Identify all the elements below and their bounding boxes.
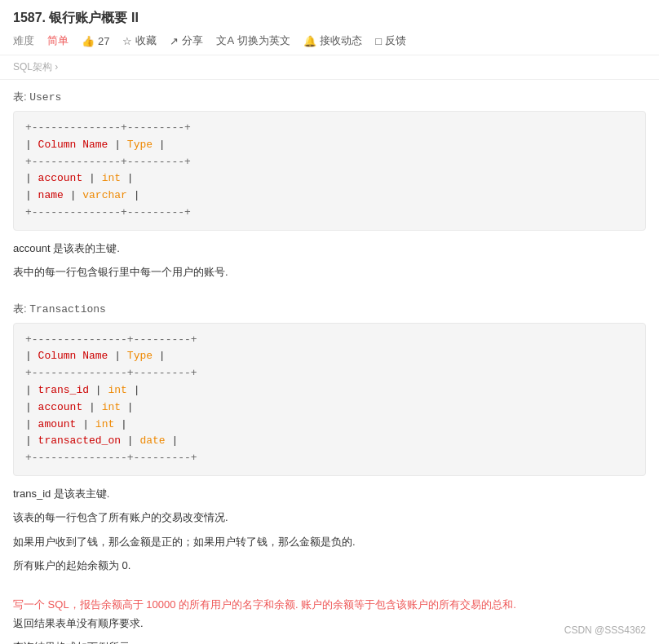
transactions-table-code: +---------------+---------+ | Column Nam… [13,323,646,476]
question-line2: 返回结果表单没有顺序要求. [13,614,646,633]
users-sep-top: +--------------+---------+ [25,120,634,137]
difficulty-value[interactable]: 简单 [47,33,69,48]
trans-desc1: trans_id 是该表主键. [13,484,646,503]
question-line3: 查询结果格式如下例所示. [13,637,646,644]
collect-label: 收藏 [135,33,157,48]
users-table-code: +--------------+---------+ | Column Name… [13,111,646,231]
users-desc2: 表中的每一行包含银行里中每一个用户的账号. [13,262,646,281]
star-icon: ☆ [122,35,132,47]
trans-sep-mid: +---------------+---------+ [25,365,634,382]
transactions-section-label: 表: Transactions [13,302,646,316]
collect-button[interactable]: ☆ 收藏 [122,33,157,48]
feedback-icon: □ [375,35,382,47]
users-sep-mid: +--------------+---------+ [25,154,634,171]
share-label: 分享 [182,33,203,48]
question-section: 写一个 SQL，报告余额高于 10000 的所有用户的名字和余额. 账户的余额等… [13,595,646,645]
page-title: 1587. 银行账户概要 II [13,10,139,27]
transactions-section: 表: Transactions +---------------+-------… [13,302,646,576]
users-desc1: account 是该表的主键. [13,239,646,258]
trans-desc2: 该表的每一行包含了所有账户的交易改变情况. [13,508,646,527]
users-section: 表: Users +--------------+---------+ | Co… [13,90,646,282]
watermark-text: CSDN @SSS4362 [564,624,646,636]
switch-lang-label: 切换为英文 [237,33,290,48]
main-content: 表: Users +--------------+---------+ | Co… [0,80,659,644]
trans-header: | Column Name | Type | [25,348,634,365]
users-row-name: | name | varchar | [25,187,634,205]
page-header: 1587. 银行账户概要 II 难度 简单 👍 27 ☆ 收藏 ↗ 分享 文A … [0,0,659,55]
trans-row-trans_id: | trans_id | int | [25,382,634,399]
users-row-account: | account | int | [25,170,634,187]
users-table-name: Users [29,91,61,104]
share-icon: ↗ [170,35,179,47]
toolbar: 难度 简单 👍 27 ☆ 收藏 ↗ 分享 文A 切换为英文 🔔 接收动态 □ 反… [13,33,646,48]
like-icon: 👍 [82,35,95,47]
like-button[interactable]: 👍 27 [82,35,109,47]
users-header: | Column Name | Type | [25,137,634,154]
subscribe-button[interactable]: 🔔 接收动态 [303,33,362,48]
footer-watermark: CSDN @SSS4362 [564,624,646,636]
trans-sep-bot: +---------------+---------+ [25,450,634,467]
breadcrumb[interactable]: SQL架构 › [0,55,659,80]
transactions-table-name: Transactions [29,303,106,315]
feedback-button[interactable]: □ 反馈 [375,33,406,48]
trans-sep-top: +---------------+---------+ [25,332,634,349]
share-button[interactable]: ↗ 分享 [170,33,203,48]
difficulty-label: 难度 [13,33,34,48]
trans-row-amount: | amount | int | [25,417,634,434]
subscribe-label: 接收动态 [320,33,362,48]
like-count: 27 [98,35,109,47]
trans-desc3: 如果用户收到了钱，那么金额是正的；如果用户转了钱，那么金额是负的. [13,532,646,551]
feedback-label: 反馈 [385,33,406,48]
trans-row-account: | account | int | [25,399,634,417]
title-row: 1587. 银行账户概要 II [13,10,646,27]
users-sep-bot: +--------------+---------+ [25,205,634,222]
trans-row-transacted_on: | transacted_on | date | [25,433,634,450]
switch-lang-button[interactable]: 文A 切换为英文 [216,33,290,48]
breadcrumb-text: SQL架构 [13,61,52,73]
breadcrumb-arrow: › [55,61,58,73]
users-section-label: 表: Users [13,90,646,104]
bell-icon: 🔔 [303,35,316,47]
trans-desc4: 所有账户的起始余额为 0. [13,556,646,575]
translate-icon: 文A [216,33,234,48]
question-line1: 写一个 SQL，报告余额高于 10000 的所有用户的名字和余额. 账户的余额等… [13,595,646,614]
